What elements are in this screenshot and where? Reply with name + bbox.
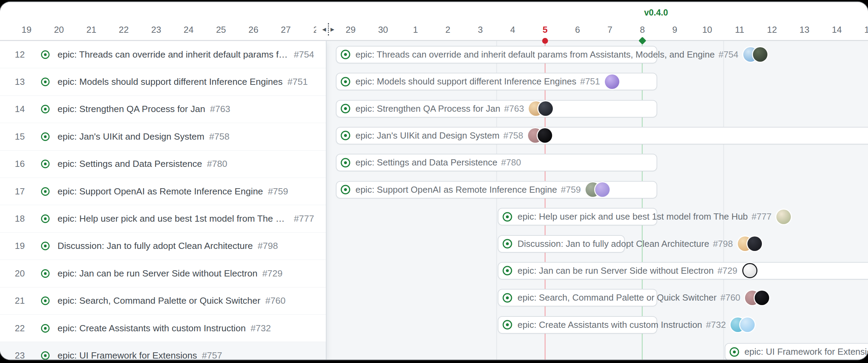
issue-title[interactable]: epic: Create Assistants with custom Inst… xyxy=(517,320,702,330)
issue-row[interactable]: 21epic: Search, Command Palette or Quick… xyxy=(0,288,326,315)
open-issue-icon xyxy=(41,159,50,169)
resize-right-arrow-icon: ▸ xyxy=(331,26,334,33)
issue-title[interactable]: epic: Jan's UIKit and Design System xyxy=(355,130,499,141)
avatar xyxy=(753,47,767,62)
issue-title[interactable]: epic: Search, Command Palette or Quick S… xyxy=(517,292,716,303)
roadmap-bar[interactable]: epic: Search, Command Palette or Quick S… xyxy=(498,289,657,306)
issue-row[interactable]: 17epic: Support OpenAI as Remote Inferen… xyxy=(0,178,326,205)
issue-number: #798 xyxy=(713,239,733,249)
issue-title[interactable]: epic: Strengthen QA Process for Jan xyxy=(58,104,205,114)
open-issue-icon xyxy=(41,241,50,251)
issue-title[interactable]: epic: UI Framework for Extensions xyxy=(58,350,197,360)
day-label: 9 xyxy=(672,25,677,34)
issue-title[interactable]: epic: Settings and Data Persistence xyxy=(355,157,497,168)
issue-title[interactable]: epic: Models should support different In… xyxy=(58,77,283,87)
issue-row[interactable]: 16epic: Settings and Data Persistence#78… xyxy=(0,151,326,178)
issue-title[interactable]: epic: Support OpenAI as Remote Inference… xyxy=(58,186,263,197)
roadmap-bar[interactable]: epic: Models should support different In… xyxy=(336,73,657,90)
bar-content: Discussion: Jan to fully adopt Clean Arc… xyxy=(498,235,624,253)
issue-row[interactable]: 22epic: Create Assistants with custom In… xyxy=(0,315,326,342)
issue-title[interactable]: epic: Create Assistants with custom Inst… xyxy=(58,323,246,334)
roadmap-bar[interactable]: epic: Jan's UIKit and Design System#758 xyxy=(336,127,868,144)
row-number: 12 xyxy=(0,49,25,60)
issue-row[interactable]: 12epic: Threads can override and inherit… xyxy=(0,41,326,68)
row-number: 23 xyxy=(0,350,25,360)
open-issue-icon xyxy=(41,296,50,305)
issue-title[interactable]: Discussion: Jan to fully adopt Clean Arc… xyxy=(58,241,253,251)
bar-content: epic: Help user pick and use best 1st mo… xyxy=(498,208,657,225)
day-label: 6 xyxy=(575,25,580,34)
avatar-group xyxy=(731,317,755,332)
roadmap-bar[interactable]: epic: Help user pick and use best 1st mo… xyxy=(498,208,657,225)
day-label: 26 xyxy=(248,25,258,34)
avatar-group xyxy=(528,128,552,143)
avatar xyxy=(538,101,553,116)
roadmap-bar[interactable]: epic: Create Assistants with custom Inst… xyxy=(498,316,657,334)
open-issue-icon xyxy=(729,347,740,357)
issue-title[interactable]: epic: Jan's UIKit and Design System xyxy=(58,131,204,142)
roadmap-bar[interactable]: epic: Settings and Data Persistence#780 xyxy=(336,154,657,171)
avatar xyxy=(742,263,757,278)
row-number: 17 xyxy=(0,186,25,197)
issue-row[interactable]: 14epic: Strengthen QA Process for Jan#76… xyxy=(0,96,326,123)
issue-row[interactable]: 15epic: Jan's UIKit and Design System#75… xyxy=(0,123,326,150)
avatar-group xyxy=(738,236,762,251)
issue-title[interactable]: epic: Help user pick and use best 1st mo… xyxy=(517,211,748,222)
issue-title[interactable]: epic: Strengthen QA Process for Jan xyxy=(355,103,500,114)
open-issue-icon xyxy=(41,104,50,114)
row-number: 16 xyxy=(0,159,25,169)
roadmap-bar[interactable]: epic: Jan can be run Server Side without… xyxy=(498,262,868,280)
roadmap-bar[interactable]: epic: UI Framework for Extensions#757 xyxy=(725,343,868,360)
column-resize-handle[interactable]: ◂ ▸ xyxy=(316,20,340,39)
day-label: 12 xyxy=(767,25,777,34)
issue-title[interactable]: epic: Help user pick and use best 1st mo… xyxy=(58,213,289,224)
avatar-group xyxy=(605,74,619,89)
issue-title[interactable]: epic: Support OpenAI as Remote Inference… xyxy=(355,184,557,195)
avatar-group xyxy=(529,101,553,116)
issue-row[interactable]: 13epic: Models should support different … xyxy=(0,68,326,95)
day-label: 1 xyxy=(413,25,418,34)
day-label: 4 xyxy=(510,25,515,34)
bar-content: epic: Models should support different In… xyxy=(336,73,657,90)
issue-title[interactable]: epic: UI Framework for Extensions xyxy=(744,346,868,357)
issue-title[interactable]: epic: Threads can override and inherit d… xyxy=(58,49,289,60)
open-issue-icon xyxy=(340,130,351,141)
open-issue-icon xyxy=(502,320,513,330)
day-label: 13 xyxy=(799,25,809,34)
roadmap-bar[interactable]: epic: Support OpenAI as Remote Inference… xyxy=(336,181,657,199)
issue-title[interactable]: Discussion: Jan to fully adopt Clean Arc… xyxy=(517,239,709,249)
roadmap-window: epic: Threads can override and inherit d… xyxy=(0,2,868,360)
open-issue-icon xyxy=(340,184,351,195)
roadmap-bar[interactable]: epic: Strengthen QA Process for Jan#763 xyxy=(336,100,657,118)
roadmap-bar[interactable]: Discussion: Jan to fully adopt Clean Arc… xyxy=(498,235,624,253)
row-number: 22 xyxy=(0,323,25,334)
avatar xyxy=(538,128,552,143)
avatar-group xyxy=(586,182,610,197)
avatar xyxy=(776,210,791,224)
issue-title[interactable]: epic: Jan can be run Server Side without… xyxy=(517,265,713,276)
issue-title[interactable]: epic: Settings and Data Persistence xyxy=(58,159,202,169)
issue-number: #777 xyxy=(752,211,772,222)
issue-row[interactable]: 23epic: UI Framework for Extensions#757 xyxy=(0,342,326,360)
issue-number: #751 xyxy=(580,76,600,87)
resize-left-arrow-icon: ◂ xyxy=(322,26,326,33)
day-label: 3 xyxy=(478,25,483,34)
milestone-label: v0.4.0 xyxy=(644,8,668,18)
issue-row[interactable]: 18epic: Help user pick and use best 1st … xyxy=(0,205,326,232)
issue-title[interactable]: epic: Jan can be run Server Side without… xyxy=(58,268,257,279)
issue-number: #798 xyxy=(258,241,278,251)
issue-title[interactable]: epic: Search, Command Palette or Quick S… xyxy=(58,295,260,306)
avatar xyxy=(605,74,619,89)
bar-content: epic: Threads can override and inherit d… xyxy=(336,46,657,63)
day-label: 2 xyxy=(445,25,450,34)
issue-row[interactable]: 19Discussion: Jan to fully adopt Clean A… xyxy=(0,233,326,260)
issues-panel: 12epic: Threads can override and inherit… xyxy=(0,41,327,360)
issue-number: #751 xyxy=(288,77,308,87)
issue-title[interactable]: epic: Models should support different In… xyxy=(355,76,576,87)
roadmap-bar[interactable]: epic: Threads can override and inherit d… xyxy=(336,46,657,63)
open-issue-icon xyxy=(41,214,50,223)
bar-content: epic: Jan can be run Server Side without… xyxy=(498,262,868,280)
issue-title[interactable]: epic: Threads can override and inherit d… xyxy=(355,49,715,60)
issue-number: #780 xyxy=(207,159,227,169)
issue-row[interactable]: 20epic: Jan can be run Server Side witho… xyxy=(0,260,326,287)
